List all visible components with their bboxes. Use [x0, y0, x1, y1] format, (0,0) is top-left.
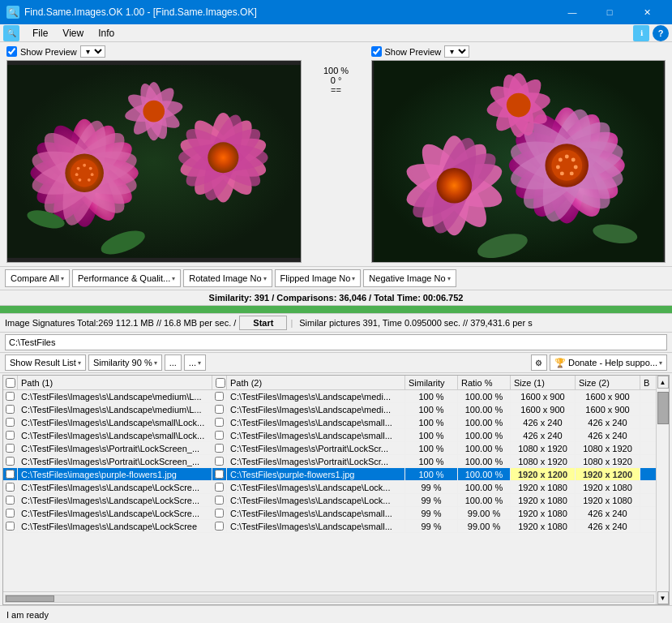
scroll-down-button[interactable]: ▼ [657, 591, 669, 604]
vertical-scrollbar[interactable]: ▲ ▼ [656, 376, 669, 604]
table-row[interactable]: C:\TestFiles\Images\s\Landscape\LockScre… [3, 494, 656, 507]
rotated-image-dropdown[interactable]: Rotated Image No ▾ [183, 269, 272, 287]
table-row[interactable]: C:\TestFiles\Images\s\Portrait\LockScree… [3, 455, 656, 468]
row-ratio: 99.00 % [458, 507, 511, 519]
row-similarity: 99 % [405, 520, 458, 532]
row-check-1[interactable] [3, 442, 18, 454]
row-size1: 426 x 240 [511, 416, 576, 428]
row-path1: C:\TestFiles\images\purple-flowers1.jpg [18, 468, 212, 480]
row-check-1[interactable] [3, 390, 18, 402]
row-check-1[interactable] [3, 455, 18, 467]
row-b [640, 481, 656, 493]
compare-all-dropdown[interactable]: Compare All ▾ [5, 269, 70, 287]
row-check-2[interactable] [212, 429, 227, 441]
h-scroll-thumb[interactable] [6, 595, 54, 602]
col-header-check1[interactable] [3, 376, 18, 389]
col-header-size2[interactable]: Size (2) [576, 376, 640, 389]
col-header-b[interactable]: B [640, 376, 656, 389]
table-row[interactable]: C:\TestFiles\Images\s\Landscape\LockScre… [3, 507, 656, 520]
table-row[interactable]: C:\TestFiles\Images\s\Portrait\LockScree… [3, 442, 656, 455]
row-similarity: 99 % [405, 494, 458, 506]
rotation-angle: 0 ° [331, 75, 342, 85]
row-check-1[interactable] [3, 481, 18, 493]
row-path2: C:\TestFiles\Images\s\Landscape\medi... [227, 390, 405, 402]
row-check-2[interactable] [212, 455, 227, 467]
path-input[interactable] [5, 334, 667, 350]
show-preview-left-checkbox[interactable] [6, 46, 17, 57]
row-check-2[interactable] [212, 390, 227, 402]
row-path2: C:\TestFiles\Images\s\Landscape\small... [227, 429, 405, 441]
row-check-1[interactable] [3, 429, 18, 441]
col-header-similarity[interactable]: Similarity [405, 376, 458, 389]
similarity-dropdown[interactable]: Similarity 90 % ▾ [88, 354, 162, 371]
maximize-button[interactable]: □ [591, 0, 628, 24]
col-header-path1[interactable]: Path (1) [18, 376, 212, 389]
row-check-1[interactable] [3, 416, 18, 428]
table-row[interactable]: C:\TestFiles\Images\s\Landscape\medium\L… [3, 403, 656, 416]
row-check-1[interactable] [3, 468, 18, 480]
table-row[interactable]: C:\TestFiles\Images\s\Landscape\small\Lo… [3, 429, 656, 442]
row-check-2[interactable] [212, 507, 227, 519]
row-check-2[interactable] [212, 520, 227, 532]
row-similarity: 100 % [405, 416, 458, 428]
close-button[interactable]: ✕ [628, 0, 666, 24]
preview-left-dropdown[interactable]: ▾ [80, 45, 105, 58]
table-row[interactable]: C:\TestFiles\Images\s\Landscape\LockScre… [3, 520, 656, 533]
svg-point-18 [91, 173, 94, 176]
menu-view[interactable]: View [56, 26, 90, 41]
preview-middle: 100 % 0 ° == [308, 45, 365, 95]
ellipsis-dropdown-2[interactable]: ... ▾ [184, 354, 206, 371]
row-check-2[interactable] [212, 442, 227, 454]
menu-file[interactable]: File [26, 26, 54, 41]
select-all-checkbox-2[interactable] [216, 378, 225, 388]
flipped-image-label: Flipped Image No [280, 273, 351, 283]
donate-dropdown[interactable]: 🏆 Donate - Help suppo... ▾ [550, 354, 667, 371]
window-title: Find.Same.Images.OK 1.00 - [Find.Same.Im… [24, 6, 257, 18]
menu-info[interactable]: Info [92, 26, 121, 41]
preview-right-dropdown[interactable]: ▾ [444, 45, 469, 58]
row-path1: C:\TestFiles\Images\s\Landscape\small\Lo… [18, 429, 212, 441]
h-scroll-track[interactable] [5, 595, 654, 603]
table-row[interactable]: C:\TestFiles\Images\s\Landscape\medium\L… [3, 390, 656, 403]
row-check-2[interactable] [212, 403, 227, 415]
row-check-1[interactable] [3, 507, 18, 519]
col-header-ratio[interactable]: Ratio % [458, 376, 511, 389]
negative-image-dropdown[interactable]: Negative Image No ▾ [363, 269, 456, 287]
scroll-thumb[interactable] [657, 392, 669, 424]
settings-icon-button[interactable]: ⚙ [531, 354, 547, 371]
svg-point-16 [89, 167, 92, 170]
row-check-2[interactable] [212, 481, 227, 493]
row-check-1[interactable] [3, 520, 18, 532]
row-path2: C:\TestFiles\Images\s\Landscape\Lock... [227, 494, 405, 506]
start-button[interactable]: Start [239, 316, 287, 330]
flipped-image-dropdown[interactable]: Flipped Image No ▾ [275, 269, 362, 287]
row-ratio: 100.00 % [458, 416, 511, 428]
row-similarity: 99 % [405, 481, 458, 493]
table-row[interactable]: C:\TestFiles\Images\s\Landscape\small\Lo… [3, 416, 656, 429]
show-preview-right-checkbox[interactable] [371, 46, 382, 57]
table-row[interactable]: C:\TestFiles\Images\s\Landscape\LockScre… [3, 481, 656, 494]
row-check-2[interactable] [212, 468, 227, 480]
preview-image-right[interactable] [371, 60, 666, 263]
show-result-list-dropdown[interactable]: Show Result List ▾ [5, 354, 86, 371]
help-button[interactable]: ? [653, 25, 669, 41]
row-check-2[interactable] [212, 416, 227, 428]
select-all-checkbox[interactable] [6, 378, 15, 388]
row-b [640, 442, 656, 454]
window-controls: — □ ✕ [554, 0, 666, 24]
row-check-1[interactable] [3, 403, 18, 415]
col-header-path2[interactable]: Path (2) [227, 376, 405, 389]
ellipsis-button-1[interactable]: ... [165, 354, 182, 371]
performance-dropdown[interactable]: Performance & Qualit... ▾ [72, 269, 181, 287]
col-header-size1[interactable]: Size (1) [511, 376, 576, 389]
scroll-up-button[interactable]: ▲ [657, 376, 669, 389]
col-header-check2[interactable] [212, 376, 227, 389]
minimize-button[interactable]: — [554, 0, 591, 24]
row-b [640, 455, 656, 467]
table-header: Path (1) Path (2) Similarity Ratio % Siz… [3, 376, 656, 390]
table-row[interactable]: C:\TestFiles\images\purple-flowers1.jpg … [3, 468, 656, 481]
row-check-2[interactable] [212, 494, 227, 506]
row-check-1[interactable] [3, 494, 18, 506]
preview-image-left[interactable] [6, 60, 302, 263]
horizontal-scrollbar[interactable] [3, 591, 656, 604]
